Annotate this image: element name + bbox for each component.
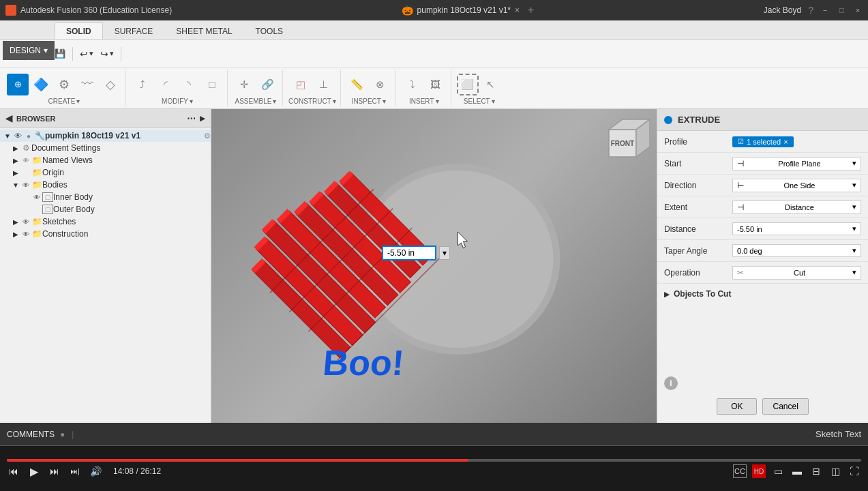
root-component-icon: 🔧 [34, 131, 45, 140]
profile-clear-icon[interactable]: × [783, 138, 788, 146]
revolve-icon[interactable]: ⚙ [53, 74, 75, 95]
view-mode4-btn[interactable]: ◫ [828, 464, 842, 478]
panel-row-direction: Direction ⊢ One Side ▾ [657, 175, 868, 196]
help-icon[interactable]: ? [808, 5, 813, 16]
taper-value: 0.0 deg ▾ [732, 244, 861, 257]
ok-button[interactable]: OK [717, 398, 757, 415]
move-icon[interactable]: ✛ [233, 74, 255, 95]
progress-bar[interactable] [7, 459, 861, 462]
insert-icon[interactable]: ⤵ [402, 74, 423, 95]
panel-row-operation: Operation ✂ Cut ▾ [657, 262, 868, 284]
operation-dropdown-arrow-icon: ▾ [852, 268, 856, 277]
skip-end-btn[interactable]: ⏭| [68, 464, 82, 478]
shell-icon[interactable]: □ [201, 74, 223, 95]
undo-btn[interactable]: ↩ ▾ [77, 47, 96, 61]
joint-icon[interactable]: 🔗 [256, 74, 278, 95]
dimension-input[interactable]: -5.50 in [382, 246, 436, 261]
design-btn[interactable]: DESIGN ▾ [3, 41, 55, 60]
dim-dropdown-icon[interactable]: ▾ [439, 246, 450, 260]
root-settings-icon[interactable]: ⚙ [204, 132, 211, 140]
profile-badge[interactable]: ☑ 1 selected × [732, 136, 794, 147]
operation-value: ✂ Cut ▾ [732, 266, 861, 280]
direction-dropdown-text: One Side [784, 181, 815, 190]
maximize-btn[interactable]: □ [837, 5, 846, 15]
viewcube[interactable]: FRONT [595, 116, 650, 170]
comments-dot-icon[interactable]: ● [60, 430, 65, 439]
browser-arrow-icon[interactable]: ▶ [200, 115, 205, 122]
select-icon[interactable]: ⬜ [457, 74, 479, 95]
info-icon[interactable]: i [664, 376, 678, 390]
chamfer-icon[interactable]: ◝ [178, 74, 200, 95]
tab-solid[interactable]: SOLID [55, 23, 103, 39]
taper-dropdown[interactable]: 0.0 deg ▾ [732, 244, 861, 257]
play-btn[interactable]: ▶ [27, 464, 41, 478]
tab-surface[interactable]: SURFACE [103, 23, 165, 39]
fullscreen-btn[interactable]: ⛶ [848, 464, 861, 478]
bottom-right-controls: Sketch Text [815, 429, 861, 439]
view-mode2-btn[interactable]: ▬ [790, 464, 804, 478]
browser-item-outer-body-label: Outer Body [53, 205, 95, 214]
named-views-eye-icon[interactable]: 👁 [20, 157, 31, 164]
browser-item-root[interactable]: ▼ 👁 ● 🔧 pumpkin 18Oct19 v21 v1 ⚙ [0, 130, 211, 142]
inner-body-eye-icon[interactable]: 👁 [31, 194, 42, 201]
titlebar-center: 🎃 pumpkin 18Oct19 v21 v1* × + [402, 4, 535, 16]
fillet-icon[interactable]: ◜ [155, 74, 177, 95]
skip-back-btn[interactable]: ⏮ [7, 464, 20, 478]
profile-label: Profile [664, 137, 732, 147]
tab-sheet-metal[interactable]: SHEET METAL [164, 23, 243, 39]
sweep-icon[interactable]: 〰 [76, 74, 98, 95]
browser-item-inner-body[interactable]: ▶ 👁 □ Inner Body [0, 191, 211, 203]
browser-collapse-icon[interactable]: ◀ [5, 113, 12, 123]
minimize-btn[interactable]: − [820, 5, 830, 15]
construction-eye-icon[interactable]: 👁 [20, 230, 31, 238]
close-window-btn[interactable]: × [853, 5, 863, 15]
plane-icon[interactable]: ◰ [290, 74, 312, 95]
dimension-input-group: -5.50 in ▾ [382, 246, 450, 261]
interference-icon[interactable]: ⊗ [370, 74, 391, 95]
press-pull-icon[interactable]: ⤴ [132, 74, 153, 95]
browser-item-construction[interactable]: ▶ 👁 📁 Construction [0, 228, 211, 240]
redo-btn[interactable]: ↪ ▾ [98, 47, 117, 61]
tab-tools[interactable]: TOOLS [244, 23, 295, 39]
tab-close-btn[interactable]: × [515, 5, 520, 15]
browser-item-bodies[interactable]: ▼ 👁 📁 Bodies [0, 179, 211, 191]
browser-item-doc-settings[interactable]: ▶ ⚙ Document Settings [0, 142, 211, 154]
toolbar-tabs: SOLID SURFACE SHEET METAL TOOLS [0, 20, 868, 40]
hd-btn[interactable]: HD [752, 464, 766, 478]
viewport[interactable]: Boo! -5.50 in ▾ FRONT [211, 109, 657, 423]
browser-options-icon[interactable]: ⋯ [187, 113, 196, 123]
extent-dropdown[interactable]: ⊣ Distance ▾ [732, 200, 861, 214]
browser-item-named-views[interactable]: ▶ 👁 📁 Named Views [0, 154, 211, 166]
new-component-icon[interactable]: ⊕ [7, 74, 29, 95]
root-expand-icon: ▼ [3, 132, 12, 140]
progress-filled [7, 459, 468, 462]
insert2-icon[interactable]: 🖼 [425, 74, 447, 95]
root-eye-icon[interactable]: 👁 [12, 132, 23, 140]
cursor-icon[interactable]: ↖ [480, 74, 502, 95]
measure-icon[interactable]: 📏 [346, 74, 368, 95]
operation-dropdown[interactable]: ✂ Cut ▾ [732, 266, 861, 280]
objects-to-cut-row[interactable]: ▶ Objects To Cut [657, 284, 868, 304]
browser-item-outer-body[interactable]: ▶ 👁 □ Outer Body [0, 203, 211, 215]
bodies-eye-icon[interactable]: 👁 [20, 181, 31, 189]
browser-item-origin[interactable]: ▶ 👁 📁 Origin [0, 166, 211, 179]
time-total: 26:12 [140, 466, 161, 476]
distance-dropdown[interactable]: -5.50 in ▾ [732, 222, 861, 235]
sketches-eye-icon[interactable]: 👁 [20, 218, 31, 226]
start-dropdown[interactable]: ⊣ Profile Plane ▾ [732, 157, 861, 170]
axis-icon[interactable]: ⊥ [313, 74, 335, 95]
new-tab-btn[interactable]: + [528, 4, 534, 16]
direction-dropdown[interactable]: ⊢ One Side ▾ [732, 179, 861, 192]
distance-value: -5.50 in ▾ [732, 222, 861, 235]
cc-btn[interactable]: CC [733, 464, 747, 478]
view-mode1-btn[interactable]: ▭ [771, 464, 785, 478]
extrude-icon[interactable]: 🔷 [30, 74, 52, 95]
extent-value: ⊣ Distance ▾ [732, 200, 861, 214]
volume-btn[interactable]: 🔊 [89, 464, 102, 478]
bodies-folder-icon: 📁 [31, 180, 42, 190]
loft-icon[interactable]: ◇ [100, 74, 121, 95]
view-mode3-btn[interactable]: ⊟ [809, 464, 823, 478]
cancel-button[interactable]: Cancel [762, 398, 808, 415]
browser-item-sketches[interactable]: ▶ 👁 📁 Sketches [0, 215, 211, 228]
skip-fwd-btn[interactable]: ⏭ [48, 464, 61, 478]
